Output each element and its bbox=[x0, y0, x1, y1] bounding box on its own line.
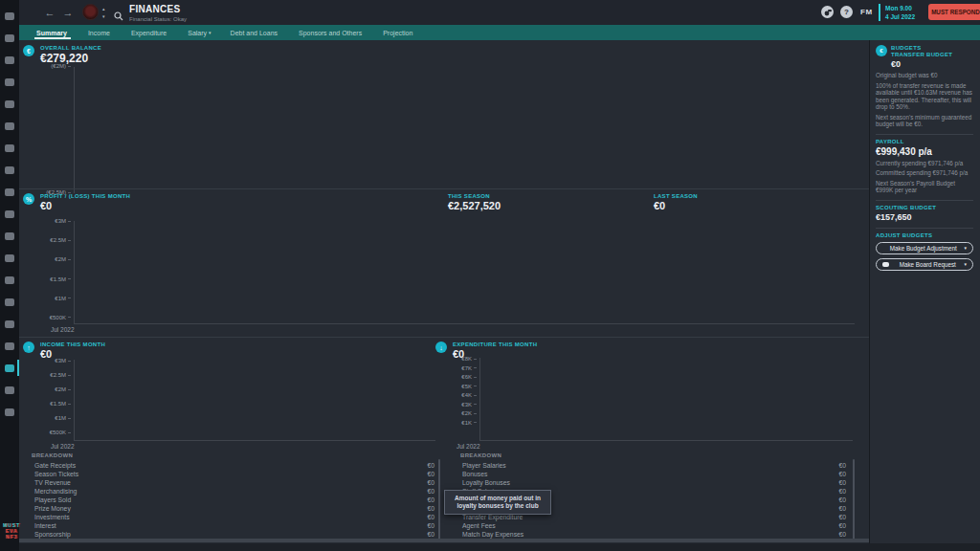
payroll-value: €999,430 p/a bbox=[876, 146, 973, 157]
back-arrow-icon[interactable]: ← bbox=[43, 6, 56, 19]
must-respond-label: MUST RESPOND bbox=[931, 9, 980, 15]
table-row[interactable]: Player Salaries€0 bbox=[455, 461, 849, 470]
tab[interactable]: Expenditure bbox=[122, 25, 178, 40]
tab[interactable]: Income bbox=[78, 25, 122, 40]
income-breakdown-list: Gate Receipts€0 Season Tickets€0 TV Reve… bbox=[27, 461, 437, 539]
loyalty-bonus-tooltip: Amount of money paid out in loyalty bonu… bbox=[444, 490, 551, 515]
table-row[interactable]: Merchandising€0 bbox=[27, 487, 437, 496]
payroll-notes: Currently spending €971,746 p/aCommitted… bbox=[876, 160, 973, 194]
table-row[interactable]: Season Tickets€0 bbox=[27, 470, 437, 478]
profit-loss-icon: % bbox=[23, 193, 34, 205]
scouting-icon[interactable] bbox=[0, 269, 19, 291]
expenditure-list-scrollbar[interactable] bbox=[853, 459, 855, 540]
profit-loss-axis bbox=[74, 221, 75, 323]
make-board-request-button[interactable]: Make Board Request ▾ bbox=[876, 258, 973, 271]
chevron-down-icon: ▾ bbox=[964, 261, 967, 267]
tab[interactable]: Summary bbox=[27, 25, 78, 40]
tab[interactable]: Sponsors and Others bbox=[289, 25, 373, 40]
club-switch-carets[interactable]: ▴▾ bbox=[102, 5, 105, 20]
income-baseline bbox=[74, 440, 435, 441]
schedule-icon[interactable] bbox=[0, 115, 19, 137]
home-icon[interactable] bbox=[0, 5, 19, 27]
income-axis bbox=[74, 360, 75, 440]
income-xlabel: Jul 2022 bbox=[51, 443, 75, 450]
overall-balance-icon: € bbox=[23, 45, 34, 56]
table-row[interactable]: TV Revenue€0 bbox=[27, 478, 437, 487]
scouting-budget-value: €157,650 bbox=[876, 212, 973, 222]
briefcase-icon[interactable] bbox=[0, 335, 19, 357]
must-respond-button[interactable]: MUST RESPOND ! bbox=[928, 4, 980, 20]
last-season-label: LAST SEASON bbox=[654, 193, 698, 199]
income-list-scrollbar[interactable] bbox=[438, 459, 440, 540]
transfers-icon[interactable] bbox=[0, 93, 19, 115]
bottom-edge bbox=[19, 543, 980, 551]
budgets-header: BUDGETS bbox=[891, 45, 973, 51]
club-vision-icon[interactable] bbox=[0, 137, 19, 159]
left-icon-rail: MUSTEVANF3 bbox=[0, 0, 19, 551]
table-row[interactable]: Gate Receipts€0 bbox=[27, 461, 437, 470]
table-row[interactable]: Agent Fees€0 bbox=[455, 521, 849, 530]
dynamics-icon[interactable] bbox=[0, 379, 19, 401]
squad-icon[interactable] bbox=[0, 49, 19, 71]
profit-loss-title: PROFIT / (LOSS) THIS MONTH bbox=[40, 193, 130, 199]
transfer-budget-notes: Original budget was €0100% of transfer r… bbox=[876, 72, 973, 128]
club-info-icon[interactable] bbox=[0, 313, 19, 335]
transfer-centre-icon[interactable] bbox=[0, 291, 19, 313]
income-yticks: €3M€2.5M€2M€1.5M€1M€500K bbox=[29, 358, 71, 435]
whistle-icon[interactable] bbox=[821, 6, 834, 18]
table-row[interactable]: Prize Money€0 bbox=[27, 504, 437, 513]
profit-loss-xlabel: Jul 2022 bbox=[51, 326, 75, 333]
expenditure-breakdown-header: BREAKDOWN bbox=[460, 452, 501, 458]
table-row[interactable]: Players Sold€0 bbox=[27, 496, 437, 504]
table-row[interactable]: Sponsorship€0 bbox=[27, 530, 437, 539]
adjust-budgets-label: ADJUST BUDGETS bbox=[876, 232, 973, 238]
inbox-icon[interactable] bbox=[0, 27, 19, 49]
page-subtitle: Financial Status: Okay bbox=[129, 16, 187, 22]
income-breakdown-header: BREAKDOWN bbox=[32, 452, 73, 458]
table-row[interactable]: Bonuses€0 bbox=[455, 470, 849, 478]
profit-loss-baseline bbox=[74, 323, 855, 324]
profit-loss-yticks: €3M€2.5M€2M€1.5M€1M€500K bbox=[29, 218, 71, 320]
scouting-budget-label: SCOUTING BUDGET bbox=[876, 205, 973, 210]
expenditure-axis bbox=[479, 358, 480, 440]
tab[interactable]: Debt and Loans bbox=[221, 25, 289, 40]
overall-balance-axis bbox=[74, 67, 75, 193]
horizontal-scrollbar[interactable] bbox=[19, 539, 869, 542]
tab[interactable]: Projection bbox=[373, 25, 424, 40]
table-row[interactable]: Match Day Expenses€0 bbox=[455, 530, 849, 539]
table-row[interactable]: Loyalty Bonuses€0 bbox=[455, 478, 849, 487]
expenditure-icon: ↓ bbox=[435, 342, 447, 353]
game-clock: Mon 9.00 4 Jul 2022 bbox=[879, 4, 915, 21]
this-season-value: €2,527,520 bbox=[448, 200, 501, 211]
profit-loss-value: €0 bbox=[40, 200, 52, 211]
forward-arrow-icon[interactable]: → bbox=[61, 6, 75, 19]
training-icon[interactable] bbox=[0, 181, 19, 203]
competitions-icon[interactable] bbox=[0, 247, 19, 269]
data-hub-icon[interactable] bbox=[0, 203, 19, 225]
make-budget-adjustment-button[interactable]: Make Budget Adjustment ▾ bbox=[876, 242, 973, 254]
expenditure-title: EXPENDITURE THIS MONTH bbox=[453, 342, 537, 347]
table-row[interactable]: Investments€0 bbox=[27, 513, 437, 521]
table-row[interactable]: Interest€0 bbox=[27, 521, 437, 530]
chevron-down-icon: ▾ bbox=[964, 245, 967, 251]
search-icon[interactable] bbox=[114, 8, 123, 25]
chevron-down-icon: ▾ bbox=[209, 30, 212, 35]
overall-balance-title: OVERALL BALANCE bbox=[40, 45, 101, 51]
fm-logo[interactable]: FM bbox=[860, 8, 873, 16]
title-bar: ← → ▴▾ FINANCES Financial Status: Okay ?… bbox=[19, 0, 980, 25]
help-icon[interactable]: ? bbox=[840, 6, 853, 18]
budgets-icon: € bbox=[876, 45, 887, 56]
supporters-icon[interactable] bbox=[0, 401, 19, 423]
money-icon[interactable] bbox=[0, 357, 19, 379]
budgets-panel: € BUDGETS TRANSFER BUDGET €0 Original bu… bbox=[869, 40, 980, 543]
club-badge[interactable] bbox=[82, 4, 99, 20]
tactics-icon[interactable] bbox=[0, 71, 19, 93]
overall-balance-yticks: (€2M)(€2.5M) bbox=[29, 63, 71, 195]
chat-bubble-icon bbox=[882, 262, 889, 267]
expenditure-yticks: €8K€7K€6K€5K€4K€3K€2K€1K bbox=[436, 356, 477, 426]
payroll-label: PAYROLL bbox=[876, 139, 973, 144]
calendar-icon[interactable] bbox=[0, 225, 19, 247]
tab[interactable]: Salary▾ bbox=[178, 25, 220, 40]
expenditure-baseline bbox=[479, 440, 853, 441]
staff-icon[interactable] bbox=[0, 159, 19, 181]
